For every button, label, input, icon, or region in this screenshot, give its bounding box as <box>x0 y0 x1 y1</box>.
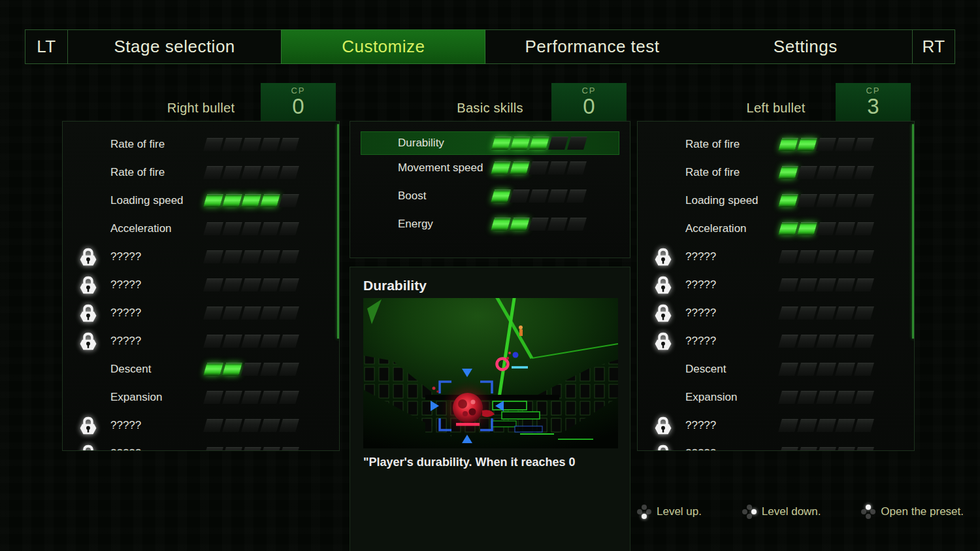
hint-level-down: Level down. <box>742 505 821 519</box>
skill-label: ????? <box>110 278 141 292</box>
skill-level-bar <box>205 391 297 404</box>
level-segment-empty <box>260 166 280 179</box>
level-segment-empty <box>566 190 587 203</box>
level-segment-empty <box>222 250 242 263</box>
level-segment-empty <box>510 190 530 203</box>
skill-row-boost[interactable]: Boost <box>350 182 630 210</box>
level-segment-empty <box>797 391 817 404</box>
level-segment-filled <box>778 138 798 151</box>
level-segment-empty <box>203 278 223 292</box>
skill-row-locked[interactable]: ????? <box>63 327 339 355</box>
skill-row-movement-speed[interactable]: Movement speed <box>350 154 630 182</box>
skill-row-locked[interactable]: ????? <box>638 242 914 271</box>
skill-level-bar <box>780 447 872 452</box>
level-segment-empty <box>547 218 568 231</box>
level-segment-empty <box>835 166 855 179</box>
lock-icon <box>655 248 672 266</box>
skill-row-rate-of-fire[interactable]: Rate of fire <box>63 130 339 158</box>
skill-label: Energy <box>398 218 433 231</box>
level-segment-empty <box>797 278 817 292</box>
level-segment-empty <box>854 391 874 404</box>
skill-row-descent[interactable]: Descent <box>63 355 339 383</box>
skill-label: Durability <box>398 137 444 150</box>
lock-icon <box>655 332 672 350</box>
skill-level-bar <box>205 138 297 151</box>
dpad-up-icon <box>861 505 875 519</box>
level-segment-empty <box>241 447 261 452</box>
detail-title: Durability <box>363 278 427 293</box>
level-segment-empty <box>566 161 587 175</box>
skill-level-bar <box>205 447 297 452</box>
right-bullet-scrollbar[interactable] <box>337 124 340 339</box>
level-segment-empty <box>279 447 299 452</box>
level-segment-filled <box>222 194 242 207</box>
tab-settings[interactable]: Settings <box>699 30 912 63</box>
level-segment-empty <box>778 447 798 452</box>
skill-row-locked[interactable]: ????? <box>63 439 339 451</box>
level-segment-empty <box>854 194 874 207</box>
tab-performance-test[interactable]: Performance test <box>485 30 698 63</box>
level-segment-empty <box>835 419 855 432</box>
skill-row-locked[interactable]: ????? <box>638 271 914 299</box>
skill-row-loading-speed[interactable]: Loading speed <box>63 186 339 214</box>
level-segment-empty <box>816 138 836 151</box>
skill-level-bar <box>780 250 872 263</box>
level-segment-empty <box>241 391 261 404</box>
skill-row-locked[interactable]: ????? <box>63 271 339 299</box>
lock-icon <box>80 276 97 294</box>
lt-shoulder-button[interactable]: LT <box>25 30 68 63</box>
skill-row-rate-of-fire[interactable]: Rate of fire <box>638 158 914 186</box>
level-segment-empty <box>241 278 261 292</box>
lock-icon <box>80 416 97 435</box>
level-segment-empty <box>816 307 836 320</box>
skill-label: ????? <box>110 335 141 348</box>
skill-row-locked[interactable]: ????? <box>638 327 914 355</box>
skill-label: Loading speed <box>685 194 759 207</box>
skill-row-descent[interactable]: Descent <box>638 355 914 383</box>
left-bullet-scrollbar[interactable] <box>912 124 915 339</box>
skill-level-bar <box>205 194 297 207</box>
level-segment-empty <box>260 307 280 320</box>
skill-row-locked[interactable]: ????? <box>638 299 914 327</box>
skill-label: Loading speed <box>110 194 184 207</box>
tab-customize[interactable]: Customize <box>281 29 485 64</box>
rt-shoulder-button[interactable]: RT <box>912 30 955 63</box>
level-segment-empty <box>529 161 549 175</box>
skill-row-rate-of-fire[interactable]: Rate of fire <box>638 130 914 158</box>
level-segment-empty <box>222 419 242 432</box>
skill-row-locked[interactable]: ????? <box>63 411 339 439</box>
level-segment-empty <box>835 222 855 235</box>
level-segment-empty <box>816 194 836 207</box>
level-segment-empty <box>778 391 798 404</box>
skill-level-bar <box>780 419 872 432</box>
skill-row-acceleration[interactable]: Acceleration <box>63 214 339 242</box>
skill-row-locked[interactable]: ????? <box>63 242 339 271</box>
level-segment-empty <box>797 194 817 207</box>
skill-row-rate-of-fire[interactable]: Rate of fire <box>63 158 339 186</box>
tab-stage-selection[interactable]: Stage selection <box>68 30 281 63</box>
hint-label: Level down. <box>762 505 821 518</box>
skill-label: Acceleration <box>110 222 172 235</box>
level-segment-filled <box>241 194 261 207</box>
skill-row-energy[interactable]: Energy <box>350 210 630 238</box>
skill-row-expansion[interactable]: Expansion <box>638 383 914 411</box>
skill-row-loading-speed[interactable]: Loading speed <box>638 186 914 214</box>
level-segment-empty <box>854 166 874 179</box>
level-segment-filled <box>510 137 531 150</box>
level-segment-empty <box>222 447 242 452</box>
skill-level-bar <box>493 218 585 231</box>
skill-row-acceleration[interactable]: Acceleration <box>638 214 914 242</box>
skill-row-locked[interactable]: ????? <box>638 411 914 439</box>
skill-level-bar <box>780 335 872 348</box>
level-segment-empty <box>797 250 817 263</box>
level-segment-empty <box>797 419 817 432</box>
skill-row-expansion[interactable]: Expansion <box>63 383 339 411</box>
level-segment-empty <box>797 447 817 452</box>
basic-skills-header: Basic skills CP 0 <box>350 83 630 121</box>
level-segment-empty <box>835 307 855 320</box>
skill-row-durability[interactable]: Durability <box>361 131 619 155</box>
level-segment-filled <box>491 190 511 203</box>
skill-row-locked[interactable]: ????? <box>638 439 914 451</box>
skill-row-locked[interactable]: ????? <box>63 299 339 327</box>
skill-level-bar <box>205 222 297 235</box>
